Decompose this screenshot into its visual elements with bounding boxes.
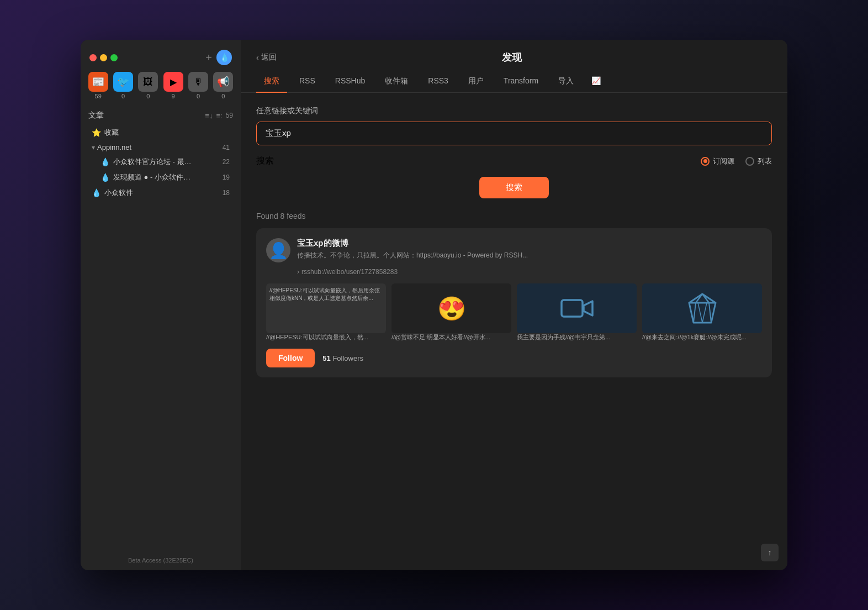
- main-header: ‹ 返回 发现: [241, 40, 787, 64]
- followers-count: 51: [322, 354, 330, 362]
- svg-rect-0: [562, 300, 583, 317]
- radio-subscribe[interactable]: 订阅源: [701, 156, 734, 166]
- sidebar-item-discover[interactable]: 💧 发现频道 ● - 小众软件… 19: [97, 170, 233, 185]
- tab-rss[interactable]: RSS: [292, 71, 323, 93]
- content-area: 任意链接或关键词 搜索 订阅源: [241, 93, 787, 570]
- rss-badge: 59: [95, 93, 102, 99]
- chevron-down-icon: ▾: [92, 144, 95, 151]
- preview-caption-2: //@赏味不足:明显本人好看//@开水...: [391, 333, 511, 341]
- tab-rss3[interactable]: RSS3: [420, 71, 456, 93]
- video-icon: ▶: [163, 72, 183, 92]
- source-twitter[interactable]: 🐦 0: [112, 72, 134, 99]
- search-section: 任意链接或关键词 搜索 订阅源: [256, 106, 772, 198]
- source-megaphone[interactable]: 📢 0: [213, 72, 234, 99]
- svg-line-7: [709, 303, 711, 323]
- source-image[interactable]: 🖼 0: [137, 72, 159, 99]
- svg-line-6: [694, 303, 696, 323]
- app-window: + 💧 📰 59 🐦 0 🖼 0 ▶ 9 🎙 0: [81, 40, 787, 570]
- followers-text: 51 Followers: [322, 354, 363, 362]
- source-mic[interactable]: 🎙 0: [187, 72, 209, 99]
- forum-label: 小众软件官方论坛 - 最…: [113, 157, 219, 167]
- sidebar-item-forum[interactable]: 💧 小众软件官方论坛 - 最… 22: [97, 154, 233, 170]
- preview-caption-1: //@HEPESU:可以试试向量嵌入，然...: [266, 333, 386, 341]
- xiazhong-label: 小众软件: [104, 188, 219, 198]
- svg-line-8: [698, 303, 702, 323]
- back-button[interactable]: ‹ 返回: [256, 52, 277, 62]
- preview-item-3[interactable]: 我主要是因为手残//@韦宇只念第...: [517, 283, 637, 341]
- maximize-dot[interactable]: [110, 54, 118, 61]
- avatar: 👤: [266, 238, 290, 262]
- radio-subscribe-dot: [703, 159, 707, 163]
- twitter-icon: 🐦: [113, 72, 133, 92]
- tab-rsshub[interactable]: RSSHub: [327, 71, 373, 93]
- preview-item-1[interactable]: //@HEPESU:可以试试向量嵌入，然后用余弦相似度做kNN，或是人工选定基点…: [266, 283, 386, 341]
- preview-caption-3: 我主要是因为手残//@韦宇只念第...: [517, 333, 637, 341]
- tab-search[interactable]: 搜索: [256, 71, 287, 93]
- radio-subscribe-circle: [701, 157, 710, 166]
- articles-label: 文章: [88, 111, 104, 120]
- search-btn-row: 搜索: [256, 177, 772, 198]
- svg-marker-1: [584, 301, 592, 315]
- sort-icon-1[interactable]: ≡↓: [205, 112, 213, 120]
- tab-bar: 搜索 RSS RSSHub 收件箱 RSS3 用户 Transform 导入 📈: [241, 71, 787, 93]
- source-video[interactable]: ▶ 9: [162, 72, 184, 99]
- tab-users[interactable]: 用户: [461, 71, 491, 93]
- svg-line-9: [702, 303, 707, 323]
- search-input-wrap: [256, 122, 772, 145]
- chevron-right-icon: ›: [297, 268, 299, 276]
- found-label: Found 8 feeds: [256, 212, 772, 220]
- main-content: ‹ 返回 发现 搜索 RSS RSSHub 收件箱 RSS3 用户 Transf…: [241, 40, 787, 570]
- star-icon: ⭐: [92, 128, 101, 137]
- search-options-row: 搜索 订阅源 列表: [256, 155, 772, 167]
- radio-subscribe-label: 订阅源: [713, 156, 734, 166]
- drop-icon-1: 💧: [100, 157, 110, 166]
- feed-info: 宝玉xp的微博 传播技术。不争论，只拉黑。个人网站：https://baoyu.…: [297, 238, 762, 260]
- preview-grid: //@HEPESU:可以试试向量嵌入，然后用余弦相似度做kNN，或是人工选定基点…: [266, 283, 762, 341]
- preview-caption-4: //@来去之间://@1k赛艇://@未完成呢...: [642, 333, 762, 341]
- search-input[interactable]: [257, 122, 771, 145]
- source-rss[interactable]: 📰 59: [87, 72, 109, 99]
- search-button[interactable]: 搜索: [479, 177, 549, 198]
- image-badge: 0: [146, 93, 150, 99]
- rss-icon: 📰: [88, 72, 108, 92]
- mic-badge: 0: [197, 93, 200, 99]
- add-button[interactable]: +: [205, 52, 212, 63]
- discover-count: 19: [223, 173, 230, 181]
- scroll-top-button[interactable]: ↑: [761, 544, 779, 561]
- articles-section: 文章 ≡↓ ≡: 59 ⭐ 收藏 ▾ Appinn.net 41 💧 小众: [81, 106, 241, 205]
- tab-trending[interactable]: 📈: [586, 71, 606, 93]
- options-label: 搜索: [256, 155, 274, 167]
- preview-item-4[interactable]: //@来去之间://@1k赛艇://@未完成呢...: [642, 283, 762, 341]
- sidebar-folder-appinn[interactable]: ▾ Appinn.net 41: [88, 140, 233, 154]
- mic-icon: 🎙: [188, 72, 208, 92]
- feed-desc: 传播技术。不争论，只拉黑。个人网站：https://baoyu.io - Pow…: [297, 251, 762, 260]
- drop-icon-3: 💧: [92, 188, 101, 197]
- xiazhong-count: 18: [223, 189, 230, 197]
- titlebar: + 💧: [81, 40, 241, 72]
- twitter-badge: 0: [121, 93, 125, 99]
- folder-count: 41: [223, 144, 230, 151]
- sort-icon-2[interactable]: ≡:: [216, 112, 222, 120]
- sidebar: + 💧 📰 59 🐦 0 🖼 0 ▶ 9 🎙 0: [81, 40, 241, 570]
- feed-url[interactable]: › rsshub://weibo/user/1727858283: [297, 268, 762, 276]
- feed-card: 👤 宝玉xp的微博 传播技术。不争论，只拉黑。个人网站：https://baoy…: [256, 228, 772, 377]
- sidebar-item-bookmarks[interactable]: ⭐ 收藏: [88, 125, 233, 140]
- bookmarks-label: 收藏: [104, 128, 230, 138]
- feed-url-text: rsshub://weibo/user/1727858283: [301, 268, 398, 276]
- folder-sub-items: 💧 小众软件官方论坛 - 最… 22 💧 发现频道 ● - 小众软件… 19: [88, 154, 233, 185]
- radio-list[interactable]: 列表: [745, 156, 772, 166]
- followers-label-text: Followers: [332, 354, 363, 362]
- sidebar-item-xiazhong[interactable]: 💧 小众软件 18: [88, 185, 233, 201]
- preview-item-2[interactable]: 😍 //@赏味不足:明显本人好看//@开水...: [391, 283, 511, 341]
- minimize-dot[interactable]: [100, 54, 107, 61]
- tab-transform[interactable]: Transform: [496, 71, 546, 93]
- tab-inbox[interactable]: 收件箱: [377, 71, 416, 93]
- megaphone-icon: 📢: [213, 72, 233, 92]
- tab-import[interactable]: 导入: [551, 71, 581, 93]
- discover-label: 发现频道 ● - 小众软件…: [113, 172, 219, 182]
- feed-name: 宝玉xp的微博: [297, 238, 762, 249]
- close-dot[interactable]: [89, 54, 97, 61]
- follow-button[interactable]: Follow: [266, 349, 315, 367]
- traffic-lights: [89, 54, 118, 61]
- page-title: 发现: [285, 51, 739, 64]
